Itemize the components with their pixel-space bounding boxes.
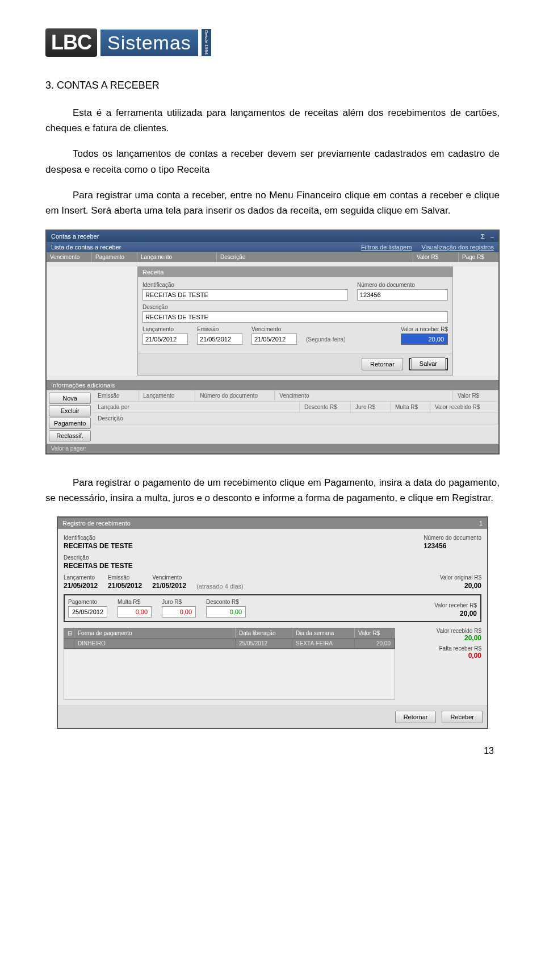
lanc-input[interactable]: [142, 333, 188, 345]
retornar-button[interactable]: Retornar: [362, 358, 403, 370]
reg-valrec-val: 20,00: [434, 610, 477, 618]
reg-num-label: Número do documento: [424, 535, 481, 541]
footer-bar: Valor a pagar:: [47, 444, 498, 453]
payment-list-area: [64, 649, 395, 700]
col-pago: Pago R$: [459, 252, 498, 262]
reg-valorig-label: Valor original R$: [440, 574, 481, 581]
lc-desc: Descrição: [93, 413, 498, 424]
lower-panel: Nova Excluir Pagamento Reclassif. Emissã…: [47, 390, 498, 444]
col-valor: Valor R$: [413, 252, 459, 262]
lc-emissao: Emissão: [93, 390, 139, 402]
reclassif-button[interactable]: Reclassif.: [49, 430, 91, 441]
reg-juro-input[interactable]: 0,00: [162, 606, 196, 618]
venc-input[interactable]: [251, 333, 297, 345]
col-lancamento: Lançamento: [137, 252, 217, 262]
dialog-title: Receita: [138, 267, 452, 277]
reg-pag-input[interactable]: 25/05/2012: [68, 606, 107, 618]
logo: LBC Sistemas Desde 1994: [45, 28, 500, 57]
col-descricao: Descrição: [217, 252, 413, 262]
th-forma: Forma de pagamento: [74, 628, 236, 638]
tr-forma: DINHEIRO: [74, 639, 236, 648]
section-heading: 3. CONTAS A RECEBER: [45, 80, 500, 91]
reg-num-val: 123456: [424, 542, 481, 550]
excluir-button[interactable]: Excluir: [49, 405, 91, 416]
nova-button[interactable]: Nova: [49, 393, 91, 404]
th-dia: Dia da semana: [292, 628, 355, 638]
tr-valor: 20,00: [355, 639, 395, 648]
reg-title-num: 1: [479, 520, 483, 527]
weekday-text: (Segunda-feira): [306, 336, 345, 345]
reg-receber-button[interactable]: Receber: [442, 711, 483, 723]
valrec-value[interactable]: 20,00: [401, 333, 448, 345]
logo-badge: Desde 1994: [202, 29, 211, 56]
reg-desconto-label: Desconto R$: [206, 599, 246, 605]
tr-data: 25/05/2012: [236, 639, 292, 648]
page-number: 13: [45, 746, 500, 756]
sv-falta-val: 0,00: [468, 652, 481, 660]
lc-vencimento: Vencimento: [275, 390, 453, 402]
th-valor: Valor R$: [355, 628, 395, 638]
sv-valrecd-val: 20,00: [464, 634, 481, 642]
reg-valorig-val: 20,00: [440, 582, 481, 590]
reg-emi-label: Emissão: [108, 574, 142, 581]
screenshot-contas-a-receber: Contas a receber Σ – Lista de contas a r…: [45, 230, 500, 454]
column-headers: Vencimento Pagamento Lançamento Descriçã…: [47, 252, 498, 262]
reg-lanc-label: Lançamento: [64, 574, 98, 581]
paragraph-1: Esta é a ferramenta utilizada para lança…: [45, 105, 500, 136]
venc-label: Vencimento: [251, 326, 297, 332]
reg-titlebar: Registro de recebimento 1: [58, 518, 487, 529]
paragraph-2: Todos os lançamentos de contas a receber…: [45, 146, 500, 177]
emi-label: Emissão: [197, 326, 242, 332]
lc-lancpor: Lançada por: [93, 402, 300, 413]
reg-ident-label: Identificação: [64, 535, 133, 541]
lc-desconto: Desconto R$: [300, 402, 351, 413]
reg-desc-label: Descrição: [64, 554, 133, 561]
num-input[interactable]: [357, 289, 448, 301]
valrec-label: Valor a receber R$: [401, 326, 448, 332]
logo-lbc: LBC: [45, 28, 97, 57]
tr-dia: SEXTA-FEIRA: [292, 639, 355, 648]
reg-venc-label: Vencimento: [152, 574, 186, 581]
emi-input[interactable]: [197, 333, 242, 345]
reg-desc-val: RECEITAS DE TESTE: [64, 562, 133, 570]
payment-table-row[interactable]: DINHEIRO 25/05/2012 SEXTA-FEIRA 20,00: [64, 639, 395, 649]
lanc-label: Lançamento: [142, 326, 188, 332]
reg-desconto-input[interactable]: 0,00: [206, 606, 246, 618]
reg-multa-label: Multa R$: [118, 599, 152, 605]
minimize-icon[interactable]: –: [491, 233, 494, 240]
window-titlebar: Contas a receber Σ –: [47, 231, 498, 242]
pagamento-button[interactable]: Pagamento: [49, 418, 91, 429]
reg-title: Registro de recebimento: [62, 520, 131, 527]
reg-venc-val: 21/05/2012: [152, 582, 186, 590]
th-data: Data liberação: [236, 628, 292, 638]
reg-ident-val: RECEITAS DE TESTE: [64, 542, 133, 550]
link-filtros[interactable]: Filtros de listagem: [361, 244, 412, 251]
lc-multa: Multa R$: [391, 402, 430, 413]
table-icon: ⊟: [64, 628, 74, 638]
logo-sistemas: Sistemas: [100, 30, 198, 56]
sv-valrecd-label: Valor recebido R$: [437, 628, 481, 634]
reg-emi-val: 21/05/2012: [108, 582, 142, 590]
reg-lanc-val: 21/05/2012: [64, 582, 98, 590]
screenshot-registro-recebimento: Registro de recebimento 1 Identificação …: [57, 516, 488, 729]
paragraph-3: Para registrar uma conta a receber, entr…: [45, 187, 500, 218]
ident-label: Identificação: [142, 282, 348, 288]
payment-table-header: ⊟ Forma de pagamento Data liberação Dia …: [64, 628, 395, 639]
info-bar: Informações adicionais: [47, 380, 498, 390]
lc-juro: Juro R$: [351, 402, 391, 413]
sv-falta-label: Falta receber R$: [439, 645, 481, 652]
link-visualizacao[interactable]: Visualização dos registros: [421, 244, 494, 251]
desc-input[interactable]: [142, 311, 448, 323]
list-title: Lista de contas a receber: [51, 244, 121, 251]
reg-late-text: (atrasado 4 dias): [196, 583, 244, 590]
desc-label: Descrição: [142, 304, 448, 310]
salvar-button[interactable]: Salvar: [411, 357, 446, 370]
reg-multa-input[interactable]: 0,00: [118, 606, 152, 618]
ident-input[interactable]: [142, 289, 348, 301]
reg-juro-label: Juro R$: [162, 599, 196, 605]
list-body: Receita Identificação Número do document…: [47, 266, 498, 376]
lc-valor: Valor R$: [453, 390, 498, 402]
col-pagamento: Pagamento: [92, 252, 137, 262]
receita-dialog: Receita Identificação Número do document…: [137, 266, 453, 376]
reg-retornar-button[interactable]: Retornar: [395, 711, 437, 723]
